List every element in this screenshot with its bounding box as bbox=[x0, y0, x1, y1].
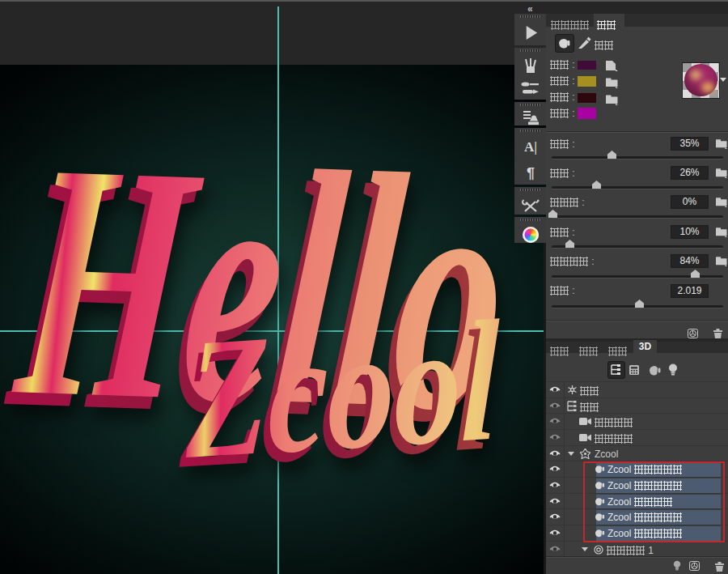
svg-text:Zcool: Zcool bbox=[184, 284, 501, 494]
